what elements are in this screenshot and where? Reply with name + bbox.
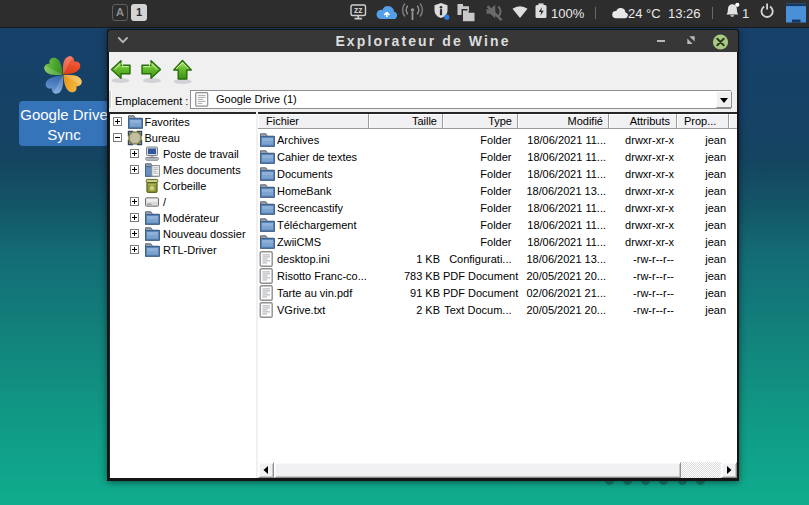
svg-text:zz: zz — [354, 5, 363, 15]
